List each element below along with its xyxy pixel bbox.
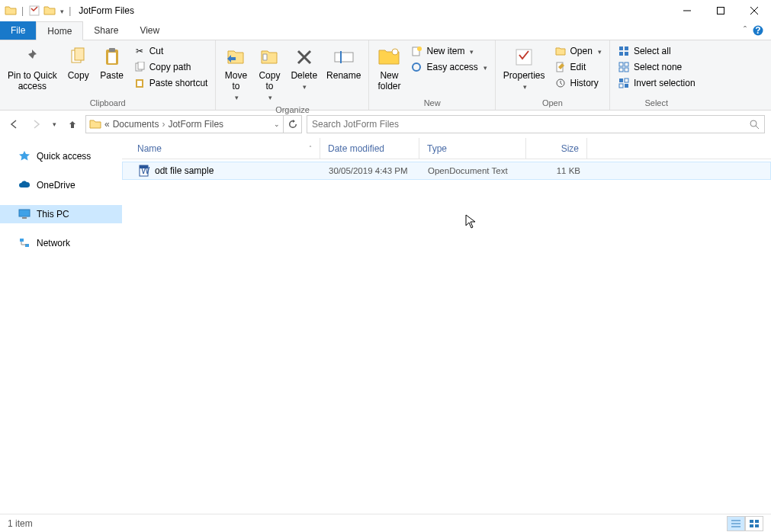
- network-icon: [18, 237, 31, 249]
- copy-to-button[interactable]: Copy to: [254, 43, 284, 104]
- svg-rect-53: [750, 524, 753, 527]
- svg-rect-2: [718, 8, 724, 14]
- qat-newfolder-icon[interactable]: [43, 5, 56, 17]
- tab-view[interactable]: View: [129, 21, 170, 40]
- qat-dropdown-icon[interactable]: [59, 5, 64, 16]
- qat-properties-icon[interactable]: [28, 5, 40, 17]
- svg-rect-30: [625, 52, 628, 56]
- file-row[interactable]: Wodt file sample 30/05/2019 4:43 PM Open…: [122, 162, 771, 180]
- refresh-button[interactable]: [284, 115, 302, 133]
- nav-this-pc[interactable]: This PC: [0, 205, 122, 223]
- rename-icon: [332, 45, 356, 69]
- copy-path-button[interactable]: Copy path: [130, 59, 211, 75]
- invert-selection-button[interactable]: Invert selection: [615, 75, 699, 91]
- history-button[interactable]: History: [551, 75, 605, 91]
- history-icon: [554, 77, 567, 89]
- cut-button[interactable]: ✂Cut: [130, 43, 211, 59]
- minimize-button[interactable]: [670, 0, 704, 21]
- main-split: Quick access OneDrive This PC Network Na…: [0, 138, 771, 514]
- properties-button[interactable]: Properties: [500, 43, 548, 94]
- breadcrumb-jotform-files[interactable]: JotForm Files: [168, 119, 223, 130]
- paste-shortcut-button[interactable]: Paste shortcut: [130, 75, 211, 91]
- properties-icon: [512, 45, 536, 69]
- breadcrumb-documents[interactable]: Documents›: [113, 119, 165, 130]
- folder-icon: [89, 118, 101, 130]
- address-bar[interactable]: « Documents› JotForm Files ⌄: [85, 115, 284, 133]
- back-button[interactable]: [6, 116, 23, 133]
- folder-icon: [5, 5, 17, 17]
- svg-rect-27: [619, 46, 623, 50]
- tab-home[interactable]: Home: [36, 21, 83, 40]
- new-folder-button[interactable]: New folder: [374, 43, 404, 94]
- edit-button[interactable]: Edit: [551, 59, 605, 75]
- svg-text:?: ?: [755, 25, 760, 36]
- select-none-icon: [618, 61, 630, 73]
- column-type[interactable]: Type: [419, 138, 526, 159]
- easy-access-button[interactable]: Easy access: [407, 59, 490, 75]
- maximize-button[interactable]: [704, 0, 737, 21]
- column-size[interactable]: Size: [526, 138, 587, 159]
- up-button[interactable]: [64, 116, 81, 133]
- svg-text:W: W: [141, 165, 150, 176]
- status-text: 1 item: [8, 518, 33, 529]
- rename-button[interactable]: Rename: [323, 43, 364, 83]
- column-date[interactable]: Date modified: [320, 138, 419, 159]
- odt-file-icon: W: [138, 165, 150, 177]
- cursor-icon: [465, 214, 477, 229]
- copy-button[interactable]: Copy: [63, 43, 94, 83]
- search-box[interactable]: [307, 115, 765, 133]
- tab-share[interactable]: Share: [83, 21, 129, 40]
- select-none-button[interactable]: Select none: [615, 59, 699, 75]
- collapse-ribbon-icon[interactable]: ˆ: [744, 25, 747, 36]
- svg-point-23: [413, 63, 420, 71]
- view-icons-button[interactable]: [745, 516, 763, 531]
- new-item-icon: [410, 45, 422, 57]
- svg-rect-11: [109, 48, 115, 52]
- invert-selection-icon: [618, 77, 630, 89]
- svg-rect-34: [625, 68, 628, 72]
- group-organize: Move to Copy to Delete Rename Organize: [216, 40, 369, 110]
- svg-rect-54: [755, 524, 759, 527]
- svg-point-20: [392, 49, 398, 55]
- column-name[interactable]: Name˄: [130, 138, 320, 159]
- search-icon[interactable]: [749, 119, 760, 130]
- edit-icon: [554, 61, 567, 73]
- select-all-icon: [618, 45, 630, 57]
- recent-locations-button[interactable]: ▾: [49, 116, 59, 133]
- move-to-button[interactable]: Move to: [220, 43, 251, 104]
- select-all-button[interactable]: Select all: [615, 43, 699, 59]
- cloud-icon: [18, 179, 31, 191]
- paste-button[interactable]: Paste: [97, 43, 127, 83]
- nav-quick-access[interactable]: Quick access: [0, 147, 122, 165]
- delete-button[interactable]: Delete: [288, 43, 320, 94]
- delete-icon: [292, 45, 316, 69]
- column-headers: Name˄ Date modified Type Size: [122, 138, 771, 159]
- breadcrumb-root[interactable]: «: [104, 119, 110, 130]
- group-clipboard: Pin to Quick access Copy Paste ✂Cut Copy…: [0, 40, 216, 110]
- open-icon: [554, 45, 567, 57]
- help-icon[interactable]: ?: [753, 25, 763, 36]
- svg-rect-33: [619, 68, 623, 72]
- open-button[interactable]: Open: [551, 43, 605, 59]
- address-bar-row: ▾ « Documents› JotForm Files ⌄: [0, 111, 771, 138]
- easy-access-icon: [410, 61, 422, 73]
- file-date: 30/05/2019 4:43 PM: [321, 166, 420, 175]
- monitor-icon: [18, 208, 31, 220]
- new-item-button[interactable]: New item: [407, 43, 490, 59]
- svg-rect-43: [20, 239, 24, 242]
- svg-rect-18: [335, 53, 353, 62]
- svg-rect-32: [625, 62, 628, 66]
- search-input[interactable]: [312, 119, 749, 130]
- svg-rect-41: [19, 210, 30, 216]
- group-label: New: [374, 97, 490, 110]
- view-details-button[interactable]: [727, 516, 745, 531]
- address-dropdown-icon[interactable]: ⌄: [274, 120, 280, 128]
- nav-onedrive[interactable]: OneDrive: [0, 176, 122, 194]
- forward-button[interactable]: [27, 116, 44, 133]
- close-button[interactable]: [737, 0, 771, 21]
- new-folder-icon: [377, 45, 401, 69]
- tab-file[interactable]: File: [0, 21, 36, 40]
- nav-network[interactable]: Network: [0, 234, 122, 252]
- pin-to-quick-access-button[interactable]: Pin to Quick access: [5, 43, 60, 94]
- file-size: 11 KB: [527, 166, 588, 175]
